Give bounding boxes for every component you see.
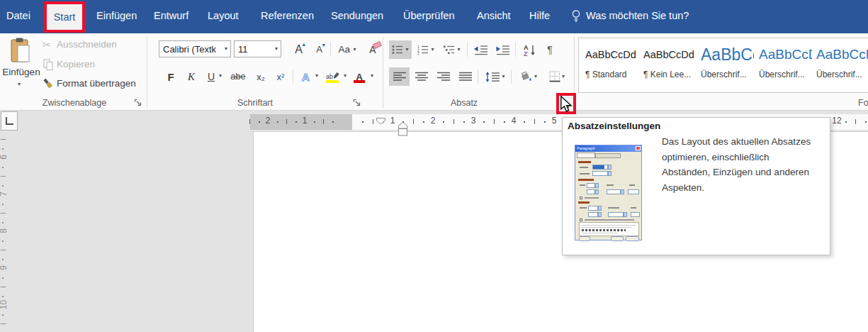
- paste-clipboard-icon[interactable]: [9, 38, 30, 67]
- clipboard-dialog-launcher[interactable]: [134, 97, 142, 106]
- tab-ueberpruefen[interactable]: Überprüfen: [403, 10, 455, 21]
- font-name-caret[interactable]: ▾: [222, 46, 230, 52]
- mouse-cursor-icon: [560, 96, 573, 116]
- tooltip-body: Das Layout des aktuellen Absatzes optimi…: [662, 134, 828, 195]
- superscript-button[interactable]: x²: [271, 67, 290, 86]
- text-effects-caret[interactable]: ▾: [315, 73, 318, 79]
- tooltip-title: Absatzeinstellungen: [568, 121, 660, 131]
- multilevel-list-button[interactable]: ▾: [440, 40, 464, 59]
- highlight-color-bar: [326, 80, 339, 83]
- font-color-button[interactable]: A: [350, 67, 368, 86]
- decrease-indent-button[interactable]: [471, 40, 491, 59]
- font-color-caret[interactable]: ▾: [371, 73, 373, 79]
- vtick-dot: [2, 148, 4, 150]
- tab-stop-selector[interactable]: [1, 111, 18, 131]
- strikethrough-button[interactable]: abe: [227, 67, 249, 86]
- subscript-button[interactable]: x₂: [252, 67, 270, 86]
- paste-button[interactable]: Einfügen: [1, 67, 41, 77]
- style-ueberschrift-1[interactable]: AaBbCcDd Überschrif...: [701, 40, 754, 89]
- vtick-dot: [2, 204, 4, 205]
- bold-button[interactable]: F: [162, 67, 180, 86]
- shading-button[interactable]: ▾: [515, 67, 542, 86]
- tab-datei[interactable]: Datei: [6, 10, 30, 21]
- font-size-combobox[interactable]: 11▾: [234, 40, 281, 57]
- first-line-indent-marker[interactable]: [376, 115, 386, 128]
- highlight-button[interactable]: ab: [323, 67, 342, 86]
- copy-icon: [43, 59, 54, 74]
- left-indent-marker[interactable]: [398, 126, 408, 139]
- vtick-dot: [2, 185, 4, 187]
- increase-indent-button[interactable]: [493, 40, 513, 59]
- vtick-bar: [1, 323, 6, 324]
- format-painter-icon: [42, 77, 55, 93]
- numbering-button[interactable]: 123 ▾: [415, 40, 437, 59]
- tab-layout[interactable]: Layout: [208, 10, 239, 21]
- paste-dropdown-caret[interactable]: ▾: [18, 82, 21, 87]
- highlight-caret[interactable]: ▾: [344, 73, 346, 79]
- style-kein-leerraum[interactable]: AaBbCcDd ¶ Kein Lee...: [643, 40, 697, 89]
- copy-button[interactable]: Kopieren: [57, 59, 95, 70]
- tab-sendungen[interactable]: Sendungen: [331, 10, 383, 21]
- show-paragraph-marks-button[interactable]: ¶: [541, 40, 558, 59]
- vtick-dot: [2, 314, 4, 316]
- align-center-button[interactable]: [411, 67, 432, 86]
- line-spacing-button[interactable]: ▾: [482, 67, 509, 86]
- tell-me-search[interactable]: Was möchten Sie tun?: [586, 10, 689, 21]
- style-ueberschrift-2[interactable]: AaBbCcDd Überschrif...: [759, 40, 812, 89]
- tab-entwurf[interactable]: Entwurf: [154, 10, 188, 21]
- tab-start[interactable]: Start: [54, 11, 76, 23]
- vtick-bar: [1, 139, 6, 140]
- svg-text:Z: Z: [524, 50, 528, 56]
- vtick-dot: [2, 277, 4, 279]
- tab-ansicht[interactable]: Ansicht: [477, 10, 511, 21]
- vtick-num: 7: [0, 189, 9, 199]
- shrink-font-button[interactable]: A▾: [312, 40, 329, 58]
- align-right-button[interactable]: [433, 67, 453, 86]
- style-ueberschrift-3[interactable]: AaBbCcDd Überschrif...: [816, 40, 868, 89]
- sort-button[interactable]: AZ: [519, 40, 539, 59]
- font-name-combobox[interactable]: Calibri (Textk▾: [159, 40, 231, 57]
- borders-button[interactable]: ▾: [543, 67, 570, 86]
- align-left-button[interactable]: [389, 67, 410, 86]
- grow-font-button[interactable]: A▴: [291, 40, 310, 58]
- absatzeinstellungen-tooltip: Absatzeinstellungen Das Layout des aktue…: [562, 117, 830, 255]
- justify-button[interactable]: [455, 67, 475, 86]
- lightbulb-icon: [571, 9, 581, 26]
- tab-hilfe[interactable]: Hilfe: [529, 10, 550, 21]
- start-tab-annotation-box: Start: [44, 1, 85, 33]
- thumbnail-close-icon: [636, 146, 641, 150]
- vtick-num: 8: [0, 226, 9, 236]
- paragraph-group-label: Absatz: [429, 98, 500, 108]
- vtick-dot: [2, 240, 4, 242]
- font-dialog-launcher[interactable]: [353, 97, 361, 106]
- style-standard[interactable]: AaBbCcDd ¶ Standard: [585, 40, 638, 89]
- thumbnail-titlebar: Paragraph: [575, 145, 641, 152]
- vtick-num: 9: [0, 263, 9, 273]
- ruler-left-margin: [250, 114, 352, 130]
- eraser-icon: [373, 41, 382, 49]
- change-case-button[interactable]: Aa ▾: [335, 40, 359, 58]
- bullets-button[interactable]: ▾: [389, 40, 412, 59]
- italic-button[interactable]: K: [182, 67, 201, 86]
- vtick-bar: [1, 176, 6, 177]
- vtick-bar: [1, 213, 6, 214]
- vtick-dot: [2, 167, 4, 168]
- clear-formatting-button[interactable]: A: [363, 40, 382, 58]
- cut-button[interactable]: Ausschneiden: [57, 39, 117, 50]
- underline-caret[interactable]: ▾: [219, 73, 222, 79]
- tab-einfuegen[interactable]: Einfügen: [96, 10, 137, 21]
- word-window: Datei Start Einfügen Entwurf Layout Refe…: [0, 0, 868, 332]
- vtick-bar: [1, 287, 6, 287]
- svg-text:A: A: [302, 71, 310, 83]
- svg-text:3: 3: [417, 51, 419, 55]
- text-effects-button[interactable]: A: [299, 67, 315, 86]
- format-painter-button[interactable]: Format übertragen: [57, 78, 136, 89]
- font-size-caret[interactable]: ▾: [272, 46, 281, 52]
- font-color-bar: [354, 80, 365, 83]
- font-group-label: Schriftart: [213, 98, 298, 108]
- cut-icon: ✂: [43, 39, 51, 50]
- tab-referenzen[interactable]: Referenzen: [261, 10, 314, 21]
- underline-button[interactable]: U: [203, 67, 219, 86]
- styles-group-label: Formatvorlagen: [858, 98, 868, 108]
- vtick-num: 10: [0, 300, 9, 310]
